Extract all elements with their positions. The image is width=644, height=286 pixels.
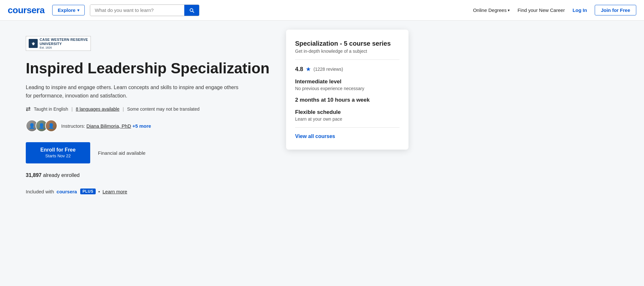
rating-row: 4.8 ★ (1228 reviews) [295, 66, 399, 73]
logo: coursera [8, 5, 44, 15]
chevron-down-icon: ▾ [508, 8, 510, 13]
divider2: | [123, 106, 124, 112]
card-divider [295, 60, 399, 60]
languages-link[interactable]: 8 languages available [76, 106, 119, 112]
navbar: coursera Explore ▾ Online Degrees ▾ Find… [0, 0, 644, 21]
financial-aid-label: Financial aid available [98, 150, 146, 156]
university-est: Est. 1826 [40, 46, 88, 49]
instructors-label: Instructors: [61, 123, 85, 129]
explore-button[interactable]: Explore ▾ [52, 5, 85, 15]
spec-title: Specialization - 5 course series [295, 40, 399, 47]
learn-more-link[interactable]: Learn more [102, 189, 127, 194]
svg-text:⚜: ⚜ [31, 41, 35, 46]
instructor-more[interactable]: +5 more [132, 123, 151, 129]
instructor-name[interactable]: Diana Bilimoria, PhD [86, 123, 131, 129]
join-button[interactable]: Join for Free [595, 5, 636, 15]
bullet: • [98, 189, 100, 194]
search-input[interactable] [90, 5, 184, 15]
enroll-label: Enroll for Free [35, 147, 81, 153]
instructors-text: Instructors: Diana Bilimoria, PhD +5 mor… [61, 123, 151, 129]
university-name-line2: University [40, 42, 88, 46]
left-panel: ⚜ Case Western Reserve University Est. 1… [26, 36, 271, 271]
login-button[interactable]: Log In [572, 7, 587, 13]
enrolled-number: 31,897 [26, 172, 42, 178]
enrolled-label: already enrolled [43, 172, 80, 178]
find-career-link[interactable]: Find your New Career [517, 7, 565, 13]
card-divider-2 [295, 127, 399, 128]
course-description: Leading to inspire and engage others. Le… [26, 83, 245, 100]
main-content: ⚜ Case Western Reserve University Est. 1… [0, 21, 644, 286]
coursera-brand: coursera [57, 189, 77, 194]
starts-label: Starts Nov 22 [35, 153, 81, 159]
enroll-section: Enroll for Free Starts Nov 22 Financial … [26, 142, 271, 163]
spec-subtitle: Get in-depth knowledge of a subject [295, 49, 399, 54]
instructors-row: 👤 👤 👤 Instructors: Diana Bilimoria, PhD … [26, 120, 271, 132]
university-logo: ⚜ Case Western Reserve University Est. 1… [26, 36, 271, 51]
search-bar [90, 5, 199, 16]
chevron-down-icon: ▾ [77, 8, 79, 13]
university-name: Case Western Reserve [40, 38, 88, 42]
review-count: (1228 reviews) [313, 67, 343, 72]
language-label: Taught in English [34, 106, 68, 112]
navbar-links: Online Degrees ▾ Find your New Career Lo… [473, 5, 636, 15]
online-degrees-label: Online Degrees [473, 7, 506, 13]
level-desc: No previous experience necessary [295, 86, 399, 91]
level-title: Intermediate level [295, 78, 399, 85]
translation-note: Some content may not be translated [127, 106, 199, 112]
level-feature: Intermediate level No previous experienc… [295, 78, 399, 91]
language-row: ⇄ Taught in English | 8 languages availa… [26, 106, 271, 113]
explore-label: Explore [58, 7, 75, 13]
search-button[interactable] [184, 5, 199, 16]
schedule-title: Flexible schedule [295, 109, 399, 115]
university-logo-box: ⚜ Case Western Reserve University Est. 1… [26, 36, 91, 51]
schedule-feature: Flexible schedule Learn at your own pace [295, 109, 399, 122]
translate-icon: ⇄ [26, 106, 31, 113]
search-icon [189, 7, 195, 13]
rating-number: 4.8 [295, 66, 303, 73]
duration-title: 2 months at 10 hours a week [295, 97, 399, 103]
university-crest-icon: ⚜ [29, 39, 38, 48]
info-card: Specialization - 5 course series Get in-… [286, 30, 409, 150]
included-label: Included with [26, 189, 54, 194]
enroll-button[interactable]: Enroll for Free Starts Nov 22 [26, 142, 90, 163]
star-icon: ★ [306, 66, 311, 73]
duration-feature: 2 months at 10 hours a week [295, 97, 399, 103]
view-courses-link[interactable]: View all courses [295, 134, 335, 139]
divider: | [72, 106, 73, 112]
plus-badge: PLUS [80, 189, 96, 194]
logo-text: coursera [8, 5, 44, 15]
included-row: Included with coursera PLUS • Learn more [26, 189, 271, 194]
enrolled-count: 31,897 already enrolled [26, 172, 271, 178]
instructor-avatars: 👤 👤 👤 [26, 120, 57, 132]
course-title: Inspired Leadership Specialization [26, 60, 271, 77]
online-degrees-menu[interactable]: Online Degrees ▾ [473, 7, 510, 13]
schedule-desc: Learn at your own pace [295, 116, 399, 122]
avatar: 👤 [45, 120, 57, 132]
